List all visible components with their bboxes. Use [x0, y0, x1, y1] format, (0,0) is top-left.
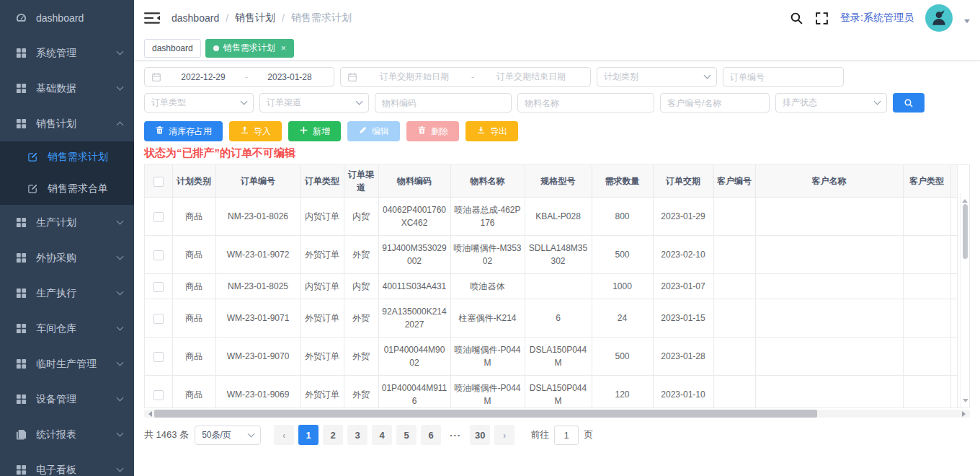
page-button[interactable]: 2 [323, 425, 343, 445]
cell-customer-no [713, 198, 755, 236]
horizontal-scrollbar[interactable] [144, 410, 970, 418]
cell-customer-name [755, 236, 903, 274]
breadcrumb-current: 销售需求计划 [291, 12, 352, 25]
scroll-down-icon[interactable] [963, 399, 968, 405]
cell-plan-type: 商品 [172, 236, 215, 274]
row-checkbox[interactable] [153, 390, 164, 400]
due-end-placeholder[interactable]: 订单交期结束日期 [478, 71, 584, 83]
vertical-scrollbar[interactable] [960, 193, 969, 407]
table-row[interactable]: 商品 WM-23-01-9072 外贸订单 外贸 91J400M35302900… [145, 236, 958, 274]
customer-input[interactable] [667, 98, 762, 108]
search-button[interactable] [893, 93, 925, 113]
date-start-value[interactable]: 2022-12-29 [166, 72, 241, 82]
toolbar-button[interactable]: 删除 [406, 121, 459, 141]
next-page-button[interactable]: › [494, 425, 514, 445]
scroll-right-icon[interactable] [962, 411, 968, 417]
cell-order-channel: 外贸 [344, 236, 378, 274]
page-button[interactable]: 5 [396, 425, 416, 445]
toolbar-button[interactable]: 导入 [229, 121, 282, 141]
sidebar-item[interactable]: 销售计划 [0, 106, 134, 141]
table-row[interactable]: 商品 WM-23-01-9070 外贸订单 外贸 01P400044M9002 … [145, 338, 958, 376]
sidebar-item[interactable]: 车间仓库 [0, 311, 134, 346]
page-button[interactable]: 1 [298, 425, 318, 445]
toolbar-button[interactable]: 导出 [466, 121, 518, 141]
breadcrumb: dashboard / 销售计划 / 销售需求计划 [172, 12, 352, 25]
page-button[interactable]: ··· [445, 425, 466, 445]
sidebar-item[interactable]: 生产执行 [0, 276, 134, 311]
date-end-value[interactable]: 2023-01-28 [252, 72, 327, 82]
created-date-range-picker[interactable]: 2022-12-29 - 2023-01-28 [144, 67, 334, 87]
breadcrumb-item[interactable]: 销售计划 [235, 12, 275, 25]
breadcrumb-item[interactable]: dashboard [172, 12, 219, 24]
cell-plan-type: 商品 [172, 198, 215, 236]
sidebar-item[interactable]: 外协采购 [0, 240, 134, 276]
cell-qty: 120 [592, 376, 653, 409]
plan-type-select[interactable]: 计划类别 [597, 67, 717, 87]
top-bar: dashboard / 销售计划 / 销售需求计划 登录:系统管理员 [134, 0, 980, 36]
search-icon[interactable] [790, 12, 803, 25]
row-checkbox[interactable] [153, 282, 164, 292]
toolbar-button[interactable]: 编辑 [347, 121, 400, 141]
sidebar-subitem[interactable]: 销售需求合单 [0, 173, 134, 205]
cell-due-date: 2023-01-15 [653, 299, 713, 338]
table-row[interactable]: 商品 NM-23-01-8025 内贸订单 内贸 40011S034A431 喷… [145, 274, 958, 299]
grid-icon [16, 464, 27, 476]
sidebar-item[interactable]: 统计报表 [0, 417, 134, 452]
page-button[interactable]: 4 [372, 425, 392, 445]
fold-sidebar-icon[interactable] [144, 12, 160, 25]
cell-material-name: 喷油器总成-462P176 [450, 198, 525, 236]
fullscreen-icon[interactable] [815, 12, 829, 25]
toolbar-button[interactable]: 新增 [288, 121, 341, 141]
tab-dashboard[interactable]: dashboard [144, 39, 201, 58]
table-row[interactable]: 商品 NM-23-01-8026 内贸订单 内贸 04062P4001760XC… [145, 198, 958, 236]
col-due-date: 订单交期 [653, 165, 713, 198]
goto-page-input[interactable] [554, 426, 579, 445]
col-order-no: 订单编号 [215, 165, 300, 198]
tab-sales-demand-plan[interactable]: 销售需求计划 × [205, 39, 294, 58]
sidebar-item[interactable]: 基础数据 [0, 71, 134, 106]
toolbar-button[interactable]: 清库存占用 [144, 121, 223, 141]
order-due-date-range-picker[interactable]: 订单交期开始日期 - 订单交期结束日期 [340, 67, 591, 87]
close-tab-icon[interactable]: × [281, 43, 286, 53]
row-checkbox[interactable] [153, 352, 164, 362]
sidebar-item[interactable]: 系统管理 [0, 35, 134, 71]
row-checkbox[interactable] [153, 250, 164, 260]
scroll-left-icon[interactable] [146, 411, 152, 417]
order-channel-select[interactable]: 订单渠道 [259, 93, 369, 113]
page-button[interactable]: 30 [470, 425, 490, 445]
sidebar-item[interactable]: 设备管理 [0, 382, 134, 417]
material-name-input[interactable] [525, 98, 647, 108]
row-checkbox[interactable] [153, 314, 164, 324]
sidebar-item[interactable]: 电子看板 [0, 452, 134, 476]
avatar-caret-icon[interactable] [964, 19, 970, 26]
chevron-icon [117, 48, 124, 56]
page-button[interactable]: 6 [421, 425, 441, 445]
sidebar-item-label: 基础数据 [36, 82, 76, 95]
scroll-up-icon[interactable] [962, 196, 968, 203]
cell-spec: KBAL-P028 [525, 198, 592, 236]
due-start-placeholder[interactable]: 订单交期开始日期 [362, 71, 467, 83]
customer-input-box [660, 93, 770, 113]
sidebar-item[interactable]: 临时生产管理 [0, 346, 134, 382]
schedule-status-select[interactable]: 排产状态 [775, 93, 887, 113]
sidebar-item[interactable]: dashboard [0, 0, 134, 35]
login-user-label[interactable]: 登录:系统管理员 [840, 12, 914, 25]
sidebar-item[interactable]: 生产计划 [0, 205, 134, 240]
sidebar-subitem[interactable]: 销售需求计划 [0, 141, 134, 173]
prev-page-button[interactable]: ‹ [274, 425, 294, 445]
order-no-input[interactable] [730, 72, 837, 82]
page-button[interactable]: 3 [347, 425, 368, 445]
table-row[interactable]: 商品 WM-23-01-9071 外贸订单 外贸 92A135000K21420… [145, 299, 958, 338]
material-code-input[interactable] [382, 98, 504, 108]
vertical-scroll-thumb[interactable] [963, 204, 968, 259]
main-area: dashboard / 销售计划 / 销售需求计划 登录:系统管理员 dashb… [134, 0, 980, 476]
order-type-select[interactable]: 订单类型 [144, 93, 254, 113]
user-avatar[interactable] [925, 4, 953, 32]
horizontal-scroll-thumb[interactable] [154, 410, 817, 418]
table-row[interactable]: 商品 WM-23-01-9069 外贸订单 外贸 01P400044M9116 … [145, 376, 958, 409]
filter-row-2: 订单类型 订单渠道 排产状态 [144, 93, 970, 113]
select-all-checkbox[interactable] [153, 177, 164, 187]
sidebar-item-label: 设备管理 [36, 393, 76, 406]
page-size-select[interactable]: 50条/页 [195, 426, 261, 445]
row-checkbox[interactable] [153, 212, 164, 222]
